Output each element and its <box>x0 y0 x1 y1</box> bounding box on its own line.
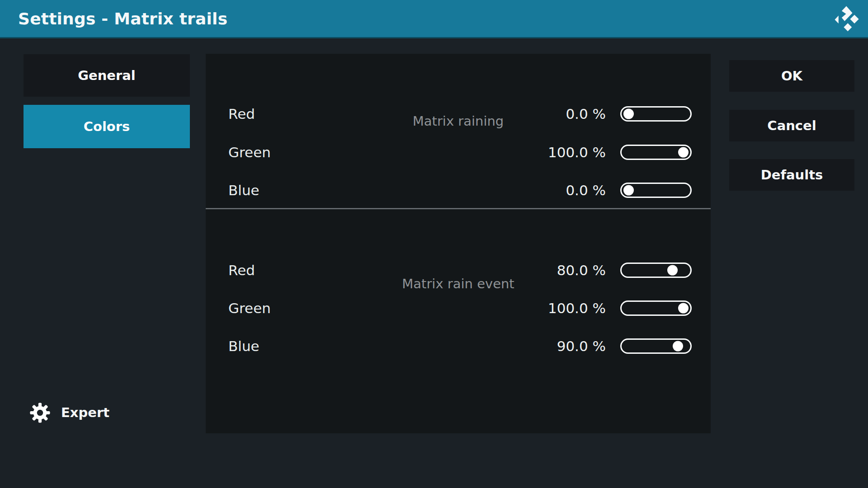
sidebar-item-label: General <box>78 68 136 83</box>
setting-label: Blue <box>228 182 511 198</box>
sidebar-item-general[interactable]: General <box>24 54 190 97</box>
gear-icon <box>30 403 50 423</box>
slider-event-green[interactable] <box>620 300 692 316</box>
setting-value: 90.0 % <box>511 338 606 354</box>
setting-label: Red <box>228 106 511 122</box>
setting-row-event-blue[interactable]: Blue 90.0 % <box>228 327 692 365</box>
kodi-logo-icon <box>833 4 862 33</box>
setting-value: 80.0 % <box>511 262 606 278</box>
slider-event-red[interactable] <box>620 263 692 278</box>
setting-row-raining-red[interactable]: Red 0.0 % <box>228 95 692 133</box>
settings-dialog: Settings - Matrix trails General Colors … <box>0 0 868 488</box>
sidebar-item-label: Colors <box>84 119 130 134</box>
ok-button-label: OK <box>781 68 802 84</box>
setting-label: Green <box>228 300 511 316</box>
slider-raining-green[interactable] <box>620 145 692 160</box>
slider-event-blue[interactable] <box>620 338 692 354</box>
slider-knob[interactable] <box>678 303 689 314</box>
slider-raining-red[interactable] <box>620 106 692 122</box>
setting-value: 0.0 % <box>511 106 606 122</box>
setting-row-event-green[interactable]: Green 100.0 % <box>228 289 692 327</box>
slider-knob[interactable] <box>667 265 678 276</box>
settings-level-toggle[interactable]: Expert <box>30 401 109 424</box>
ok-button[interactable]: OK <box>729 60 854 92</box>
setting-label: Red <box>228 262 511 278</box>
slider-raining-blue[interactable] <box>620 183 692 198</box>
slider-knob[interactable] <box>678 147 689 158</box>
section-separator <box>206 208 711 209</box>
header-bar: Settings - Matrix trails <box>0 0 868 38</box>
page-title: Settings - Matrix trails <box>18 0 227 37</box>
setting-row-raining-blue[interactable]: Blue 0.0 % <box>228 171 692 209</box>
setting-value: 100.0 % <box>511 144 606 160</box>
setting-row-event-red[interactable]: Red 80.0 % <box>228 251 692 289</box>
slider-knob[interactable] <box>623 109 634 119</box>
settings-level-label: Expert <box>61 405 109 420</box>
setting-row-raining-green[interactable]: Green 100.0 % <box>228 133 692 171</box>
setting-label: Blue <box>228 338 511 354</box>
defaults-button[interactable]: Defaults <box>729 159 854 191</box>
setting-label: Green <box>228 144 511 160</box>
slider-knob[interactable] <box>623 185 634 196</box>
setting-value: 100.0 % <box>511 300 606 316</box>
cancel-button[interactable]: Cancel <box>729 110 854 141</box>
slider-knob[interactable] <box>673 341 683 352</box>
setting-value: 0.0 % <box>511 182 606 198</box>
defaults-button-label: Defaults <box>761 167 823 183</box>
cancel-button-label: Cancel <box>767 118 816 133</box>
sidebar-item-colors[interactable]: Colors <box>24 105 190 148</box>
